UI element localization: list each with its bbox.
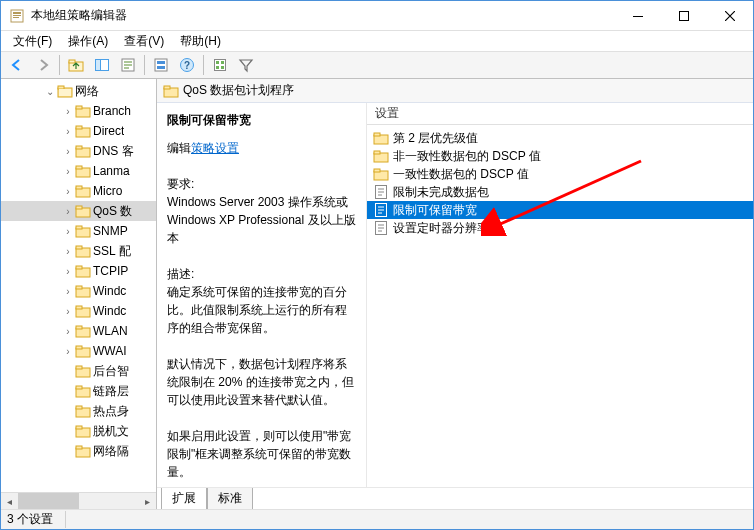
folder-icon — [75, 383, 91, 399]
list-item-label: 一致性数据包的 DSCP 值 — [393, 166, 529, 183]
expand-icon[interactable]: › — [61, 186, 75, 197]
tree-node[interactable]: 热点身 — [1, 401, 156, 421]
tree-node[interactable]: ›WWAI — [1, 341, 156, 361]
list-item[interactable]: 限制未完成数据包 — [367, 183, 753, 201]
detail-desc-3: 如果启用此设置，则可以使用"带宽限制"框来调整系统可保留的带宽数量。 — [167, 427, 356, 481]
svg-rect-5 — [680, 11, 689, 20]
tree-node[interactable]: ›DNS 客 — [1, 141, 156, 161]
tree-pane: ⌄网络›Branch›Direct›DNS 客›Lanma›Micro›QoS … — [1, 79, 157, 509]
edit-policy-link[interactable]: 策略设置 — [191, 141, 239, 155]
folder-icon — [163, 83, 179, 99]
scroll-left-button[interactable]: ◂ — [1, 493, 18, 510]
folder-icon — [75, 183, 91, 199]
app-icon — [9, 8, 25, 24]
svg-rect-57 — [76, 426, 82, 429]
tree-node[interactable]: 网络隔 — [1, 441, 156, 461]
tree-node[interactable]: 脱机文 — [1, 421, 156, 441]
list-item[interactable]: 限制可保留带宽 — [367, 201, 753, 219]
export-button[interactable] — [208, 53, 232, 77]
tree-label: QoS 数 — [93, 203, 132, 220]
tree-label: 热点身 — [93, 403, 129, 420]
tree-node[interactable]: ›SSL 配 — [1, 241, 156, 261]
expand-icon[interactable]: › — [61, 166, 75, 177]
tree-node[interactable]: ›Windc — [1, 281, 156, 301]
maximize-button[interactable] — [661, 1, 707, 31]
expand-icon[interactable]: › — [61, 106, 75, 117]
refresh-button[interactable] — [149, 53, 173, 77]
expand-icon[interactable]: › — [61, 266, 75, 277]
content-header-title: QoS 数据包计划程序 — [183, 82, 294, 99]
tree-node[interactable]: ›Lanma — [1, 161, 156, 181]
status-bar: 3 个设置 — [1, 509, 753, 529]
tree-node[interactable]: ›QoS 数 — [1, 201, 156, 221]
tree-node[interactable]: ›Direct — [1, 121, 156, 141]
expand-icon[interactable]: ⌄ — [43, 86, 57, 97]
scroll-right-button[interactable]: ▸ — [139, 493, 156, 510]
folder-icon — [75, 443, 91, 459]
help-button[interactable]: ? — [175, 53, 199, 77]
tree-node[interactable]: ›WLAN — [1, 321, 156, 341]
tree-horizontal-scrollbar[interactable]: ◂ ▸ — [1, 492, 156, 509]
folder-icon — [75, 363, 91, 379]
expand-icon[interactable]: › — [61, 346, 75, 357]
svg-rect-51 — [76, 366, 82, 369]
svg-rect-13 — [157, 66, 165, 69]
tree-label: DNS 客 — [93, 143, 134, 160]
settings-column-header[interactable]: 设置 — [367, 103, 753, 125]
forward-button[interactable] — [31, 53, 55, 77]
list-item[interactable]: 第 2 层优先级值 — [367, 129, 753, 147]
tree-node[interactable]: 链路层 — [1, 381, 156, 401]
tree-node[interactable]: ›Micro — [1, 181, 156, 201]
expand-icon[interactable]: › — [61, 326, 75, 337]
up-button[interactable] — [64, 53, 88, 77]
list-item[interactable]: 设置定时器分辨率 — [367, 219, 753, 237]
folder-icon — [373, 130, 389, 146]
close-button[interactable] — [707, 1, 753, 31]
expand-icon[interactable]: › — [61, 286, 75, 297]
expand-icon[interactable]: › — [61, 146, 75, 157]
menu-action[interactable]: 操作(A) — [62, 31, 114, 52]
detail-desc-label: 描述: — [167, 265, 356, 283]
tree-node[interactable]: 后台智 — [1, 361, 156, 381]
menu-help[interactable]: 帮助(H) — [174, 31, 227, 52]
expand-icon[interactable]: › — [61, 226, 75, 237]
menu-file[interactable]: 文件(F) — [7, 31, 58, 52]
tree-label: Windc — [93, 304, 126, 318]
back-button[interactable] — [5, 53, 29, 77]
tree-node-root[interactable]: ⌄网络 — [1, 81, 156, 101]
menu-view[interactable]: 查看(V) — [118, 31, 170, 52]
setting-icon — [373, 202, 389, 218]
expand-icon[interactable]: › — [61, 126, 75, 137]
tree-label: 脱机文 — [93, 423, 129, 440]
detail-name: 限制可保留带宽 — [167, 111, 356, 129]
svg-rect-4 — [633, 16, 643, 17]
show-hide-tree-button[interactable] — [90, 53, 114, 77]
expand-icon[interactable]: › — [61, 246, 75, 257]
tree-node[interactable]: ›SNMP — [1, 221, 156, 241]
svg-rect-31 — [76, 166, 82, 169]
window-title: 本地组策略编辑器 — [31, 7, 615, 24]
svg-rect-11 — [155, 59, 167, 71]
list-item-label: 非一致性数据包的 DSCP 值 — [393, 148, 541, 165]
folder-icon — [75, 283, 91, 299]
svg-rect-61 — [164, 86, 170, 89]
expand-icon[interactable]: › — [61, 306, 75, 317]
tree-node[interactable]: ›TCPIP — [1, 261, 156, 281]
tree-node[interactable]: ›Branch — [1, 101, 156, 121]
properties-button[interactable] — [116, 53, 140, 77]
list-item-label: 限制未完成数据包 — [393, 184, 489, 201]
tab-standard[interactable]: 标准 — [207, 488, 253, 509]
view-tabs: 扩展 标准 — [157, 487, 753, 509]
filter-button[interactable] — [234, 53, 258, 77]
list-item[interactable]: 一致性数据包的 DSCP 值 — [367, 165, 753, 183]
minimize-button[interactable] — [615, 1, 661, 31]
tree-node[interactable]: ›Windc — [1, 301, 156, 321]
tab-extended[interactable]: 扩展 — [161, 488, 207, 509]
svg-rect-49 — [76, 346, 82, 349]
folder-icon — [75, 123, 91, 139]
expand-icon[interactable]: › — [61, 206, 75, 217]
content-header: QoS 数据包计划程序 — [157, 79, 753, 103]
scroll-thumb[interactable] — [18, 493, 79, 510]
svg-rect-19 — [216, 66, 219, 69]
list-item[interactable]: 非一致性数据包的 DSCP 值 — [367, 147, 753, 165]
